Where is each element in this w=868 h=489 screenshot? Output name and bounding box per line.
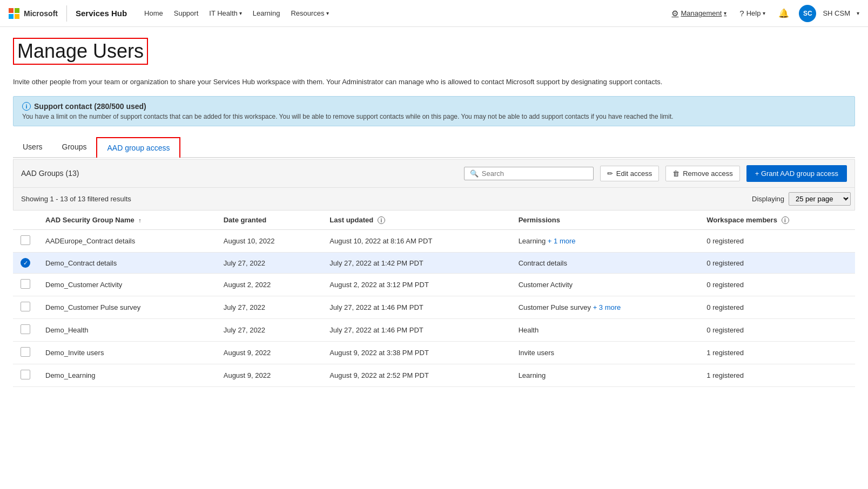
col-workspace-members: Workspace members i	[699, 210, 855, 230]
row-last-updated: July 27, 2022 at 1:42 PM PDT	[322, 253, 510, 274]
row-workspace-members: 0 registered	[699, 230, 855, 253]
notification-button[interactable]: 🔔	[775, 6, 792, 21]
row-workspace-members: 0 registered	[699, 319, 855, 342]
checkbox-unchecked-icon	[21, 302, 30, 311]
bell-icon: 🔔	[778, 8, 789, 18]
row-name: Demo_Customer Activity	[38, 274, 216, 296]
row-name: Demo_Customer Pulse survey	[38, 296, 216, 319]
table-section: AAD Groups (13) 🔍 ✏ Edit access 🗑 Remove…	[13, 159, 855, 388]
nav-support[interactable]: Support	[170, 7, 203, 19]
row-date-granted: July 27, 2022	[216, 253, 322, 274]
per-page-select[interactable]: 25 per page 50 per page 100 per page	[789, 192, 851, 206]
nav-divider	[66, 5, 67, 22]
info-icon: i	[782, 216, 789, 224]
row-checkbox-cell[interactable]	[13, 364, 38, 387]
row-permissions: Customer Pulse survey + 3 more	[511, 296, 699, 319]
row-date-granted: July 27, 2022	[216, 319, 322, 342]
table-row[interactable]: ✓Demo_Contract detailsJuly 27, 2022July …	[13, 253, 855, 274]
table-row[interactable]: Demo_Invite usersAugust 9, 2022August 9,…	[13, 342, 855, 364]
checkbox-unchecked-icon	[21, 235, 30, 245]
nav-it-health[interactable]: IT Health ▾	[205, 7, 246, 19]
row-permissions: Health	[511, 319, 699, 342]
row-permissions: Learning + 1 more	[511, 230, 699, 253]
nav-resources[interactable]: Resources ▾	[286, 7, 333, 19]
user-name: SH CSM	[823, 9, 850, 17]
search-icon: 🔍	[470, 169, 479, 178]
tab-aad-group-access[interactable]: AAD group access	[96, 137, 180, 158]
search-input[interactable]	[482, 169, 588, 178]
row-checkbox-cell[interactable]	[13, 342, 38, 364]
row-name: Demo_Health	[38, 319, 216, 342]
col-checkbox	[13, 210, 38, 230]
chevron-down-icon: ▾	[857, 10, 859, 16]
edit-access-button[interactable]: ✏ Edit access	[600, 166, 659, 181]
microsoft-logo-icon	[9, 8, 19, 19]
row-last-updated: July 27, 2022 at 1:46 PM PDT	[322, 319, 510, 342]
page-content: Manage Users Invite other people from yo…	[0, 27, 868, 398]
col-permissions: Permissions	[511, 210, 699, 230]
tab-users[interactable]: Users	[13, 137, 52, 158]
aad-groups-table: AAD Security Group Name ↑ Date granted L…	[13, 210, 855, 388]
nav-home[interactable]: Home	[140, 7, 167, 19]
row-checkbox-cell[interactable]	[13, 230, 38, 253]
col-name[interactable]: AAD Security Group Name ↑	[38, 210, 216, 230]
avatar: SC	[799, 5, 816, 22]
row-date-granted: August 9, 2022	[216, 364, 322, 387]
row-last-updated: August 10, 2022 at 8:16 AM PDT	[322, 230, 510, 253]
help-icon: ?	[739, 9, 744, 18]
management-button[interactable]: ⚙ Management ▾	[668, 6, 730, 21]
table-row[interactable]: Demo_LearningAugust 9, 2022August 9, 202…	[13, 364, 855, 387]
col-last-updated: Last updated i	[322, 210, 510, 230]
col-date-granted: Date granted	[216, 210, 322, 230]
banner-title: Support contact (280/500 used)	[34, 102, 146, 111]
logo: Microsoft	[9, 8, 58, 19]
grant-aad-group-access-button[interactable]: + Grant AAD group access	[746, 165, 847, 182]
table-row[interactable]: Demo_Customer Pulse surveyJuly 27, 2022J…	[13, 296, 855, 319]
permissions-more-link[interactable]: + 3 more	[593, 303, 621, 311]
row-name: Demo_Contract details	[38, 253, 216, 274]
trash-icon: 🗑	[672, 169, 679, 178]
support-contact-banner: i Support contact (280/500 used) You hav…	[13, 96, 855, 126]
row-checkbox-cell[interactable]	[13, 319, 38, 342]
row-workspace-members: 1 registered	[699, 364, 855, 387]
microsoft-wordmark: Microsoft	[24, 9, 58, 18]
filter-bar: Showing 1 - 13 of 13 filtered results Di…	[13, 188, 855, 210]
edit-icon: ✏	[607, 169, 613, 178]
nav-learning[interactable]: Learning	[248, 7, 285, 19]
row-last-updated: August 9, 2022 at 3:38 PM PDT	[322, 342, 510, 364]
page-title: Manage Users	[17, 40, 144, 63]
row-permissions: Learning	[511, 364, 699, 387]
checkbox-unchecked-icon	[21, 324, 30, 334]
row-workspace-members: 0 registered	[699, 296, 855, 319]
row-last-updated: August 9, 2022 at 2:52 PM PDT	[322, 364, 510, 387]
row-permissions: Customer Activity	[511, 274, 699, 296]
row-name: Demo_Invite users	[38, 342, 216, 364]
sort-asc-icon: ↑	[138, 217, 142, 223]
row-date-granted: August 9, 2022	[216, 342, 322, 364]
table-toolbar: AAD Groups (13) 🔍 ✏ Edit access 🗑 Remove…	[13, 159, 855, 188]
brand-name: Services Hub	[76, 9, 127, 18]
tab-groups[interactable]: Groups	[52, 137, 97, 158]
group-count: AAD Groups (13)	[21, 169, 79, 178]
checkbox-unchecked-icon	[21, 370, 30, 379]
table-row[interactable]: AADEurope_Contract detailsAugust 10, 202…	[13, 230, 855, 253]
row-date-granted: August 2, 2022	[216, 274, 322, 296]
permissions-more-link[interactable]: + 1 more	[548, 237, 576, 245]
nav-links: Home Support IT Health ▾ Learning Resour…	[140, 7, 333, 19]
row-workspace-members: 0 registered	[699, 274, 855, 296]
remove-access-button[interactable]: 🗑 Remove access	[665, 166, 739, 181]
row-permissions: Invite users	[511, 342, 699, 364]
table-row[interactable]: Demo_Customer ActivityAugust 2, 2022Augu…	[13, 274, 855, 296]
help-button[interactable]: ? Help ▾	[736, 6, 769, 20]
row-checkbox-cell[interactable]	[13, 274, 38, 296]
search-box[interactable]: 🔍	[464, 167, 594, 180]
row-name: Demo_Learning	[38, 364, 216, 387]
tabs: Users Groups AAD group access	[13, 137, 855, 158]
chevron-down-icon: ▾	[326, 10, 329, 16]
row-checkbox-cell[interactable]: ✓	[13, 253, 38, 274]
checkbox-unchecked-icon	[21, 347, 30, 357]
table-row[interactable]: Demo_HealthJuly 27, 2022July 27, 2022 at…	[13, 319, 855, 342]
row-checkbox-cell[interactable]	[13, 296, 38, 319]
toolbar-right: 🔍 ✏ Edit access 🗑 Remove access + Grant …	[464, 165, 847, 182]
per-page-selector: Displaying 25 per page 50 per page 100 p…	[752, 192, 847, 206]
